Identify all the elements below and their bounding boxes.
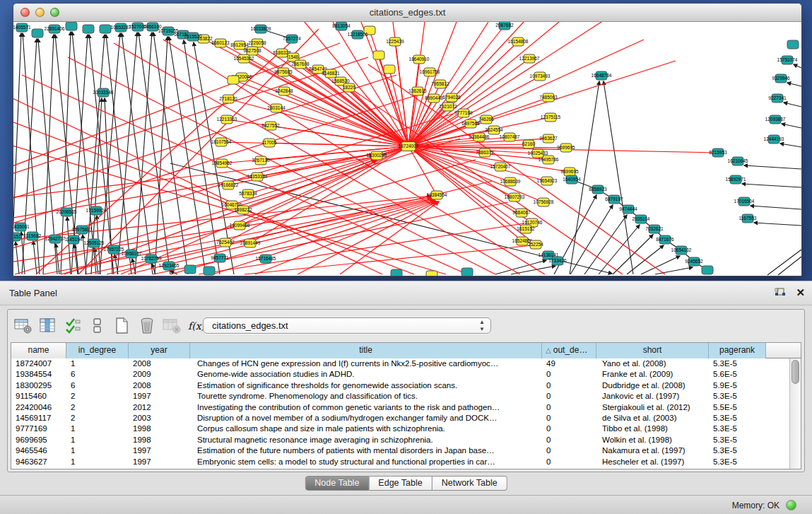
table-row[interactable]: 1456911722003Disruption of a novel membe… — [11, 413, 789, 424]
table-row[interactable]: 946362711997Embryonic stem cells: a mode… — [11, 457, 789, 467]
table-row[interactable]: 911546021997Tourette syndrome. Phenomeno… — [11, 391, 789, 402]
graph-node[interactable] — [100, 25, 111, 33]
graph-node[interactable] — [83, 25, 94, 33]
network-view[interactable]: 1872400774638228660123891295422260589827… — [13, 22, 801, 276]
graph-node-label: 1568520 — [331, 78, 350, 83]
graph-node-label: 9827508 — [243, 48, 261, 53]
cell-year: 1997 — [129, 391, 190, 402]
column-header-name[interactable]: name — [11, 343, 66, 358]
graph-node-label: 18640910 — [409, 57, 430, 62]
select-rows-icon[interactable] — [61, 315, 84, 337]
cell-in-degree: 1 — [66, 358, 129, 369]
table-row[interactable]: 1872400712008Changes of HCN gene express… — [11, 358, 789, 369]
network-window: citations_edges.txt 18724007746382286601… — [13, 3, 802, 276]
graph-node-label: 20033346 — [93, 90, 114, 95]
table-row[interactable]: 1830029562008Estimation of significance … — [11, 380, 789, 391]
column-header-out-degree[interactable]: △out_de… — [542, 343, 596, 358]
graph-node[interactable] — [702, 266, 713, 274]
graph-node-label: 7625402 — [216, 240, 235, 245]
graph-node-label: 12375115 — [541, 115, 561, 119]
table-mode-icon[interactable] — [12, 315, 35, 337]
cell-pagerank: 5.5E-5 — [709, 402, 766, 413]
column-header-year[interactable]: year — [129, 343, 190, 358]
graph-node-label: 1733426 — [548, 258, 567, 263]
cell-out-degree: 0 — [542, 413, 596, 424]
graph-node[interactable] — [228, 76, 239, 84]
graph-node[interactable] — [426, 271, 437, 276]
graph-node[interactable] — [373, 51, 384, 59]
column-header-short[interactable]: short — [596, 343, 709, 358]
graph-node-label: 1405571 — [13, 25, 31, 30]
cell-name: 18724007 — [11, 358, 66, 369]
graph-node-label: 12923465 — [159, 263, 180, 268]
graph-node-label: 17016504 — [734, 199, 755, 204]
merge-icon[interactable] — [86, 315, 109, 337]
cell-title: Disruption of a novel member of a sodium… — [190, 413, 542, 424]
graph-node-label: 9899695 — [560, 169, 579, 174]
table-row[interactable]: 946554611997Estimation of the future num… — [11, 445, 789, 456]
window-titlebar[interactable]: citations_edges.txt — [13, 4, 801, 22]
graph-node-label: 2935114 — [632, 216, 650, 221]
tab-node-table[interactable]: Node Table — [305, 476, 369, 491]
table-selector-dropdown[interactable]: citations_edges.txt ▲▼ — [203, 317, 491, 334]
delete-icon[interactable] — [136, 315, 158, 337]
table-row[interactable]: 1938455462009Genome-wide association stu… — [11, 369, 789, 380]
graph-node-label: 16961758 — [420, 69, 440, 74]
graph-node-label: 8660123 — [211, 40, 230, 45]
table-container: f(x) citations_edges.txt ▲▼ namein_degre… — [7, 309, 805, 472]
tab-network-table[interactable]: Network Table — [433, 476, 507, 491]
graph-node[interactable] — [204, 267, 215, 275]
graph-node-label: 1225439 — [386, 39, 404, 44]
cell-in-degree: 2 — [66, 391, 129, 402]
graph-node-label: 12213363 — [217, 117, 237, 122]
close-panel-icon[interactable]: ✕ — [796, 287, 805, 298]
cell-year: 1998 — [129, 424, 190, 434]
cell-name: 22420046 — [11, 402, 66, 413]
graph-node-label: 9242848 — [275, 88, 293, 93]
cell-out-degree: 0 — [542, 424, 596, 434]
cell-pagerank: 5.3E-5 — [709, 445, 766, 456]
delete-table-icon[interactable] — [160, 315, 183, 337]
memory-status-indicator[interactable] — [786, 500, 796, 510]
table-row[interactable]: 2242004622012Investigating the contribut… — [11, 402, 789, 413]
graph-node[interactable] — [66, 22, 77, 30]
column-header-pagerank[interactable]: pagerank — [709, 343, 766, 358]
graph-node[interactable] — [391, 269, 402, 276]
graph-node-label: 12093887 — [765, 117, 786, 122]
cell-out-degree: 0 — [542, 369, 596, 380]
cell-name: 14569117 — [11, 413, 66, 424]
table-scrollbar[interactable] — [789, 358, 801, 469]
graph-node-label: 16033809 — [251, 26, 271, 31]
graph-node[interactable] — [461, 268, 473, 276]
graph-node[interactable] — [384, 65, 395, 74]
graph-node-label: 1145194 — [65, 237, 83, 242]
graph-node-label: 8912954 — [230, 42, 249, 47]
float-panel-icon[interactable] — [775, 288, 786, 298]
graph-node-label: 7357274 — [283, 36, 301, 41]
scrollbar-thumb[interactable] — [792, 360, 799, 384]
cell-in-degree: 2 — [66, 402, 129, 413]
graph-node[interactable] — [787, 40, 799, 49]
graph-node-label: 10688639 — [500, 179, 521, 184]
cell-in-degree: 2 — [66, 413, 129, 424]
column-header-title[interactable]: title — [190, 343, 542, 358]
table-panel: Table Panel ✕ — [0, 281, 812, 514]
graph-node-label: 7515520 — [184, 34, 202, 39]
graph-node-label: 19854962 — [212, 160, 233, 165]
graph-node-label: 1921072 — [439, 104, 457, 109]
table-row[interactable]: 969969511998Structural magnetic resonanc… — [11, 435, 789, 445]
cell-out-degree: 0 — [542, 402, 596, 413]
graph-node[interactable] — [184, 265, 196, 274]
tab-edge-table[interactable]: Edge Table — [369, 476, 432, 491]
graph-node-label: 20364486 — [469, 134, 490, 139]
table-row[interactable]: 977716911998Corpus callosum shape and si… — [11, 424, 789, 434]
cell-name: 19384554 — [11, 369, 66, 380]
column-header-in-degree[interactable]: in_degree — [66, 343, 129, 358]
cell-short: Stergiakouli et al. (2012) — [596, 402, 709, 413]
node-table: namein_degreeyeartitle△out_de…shortpager… — [11, 342, 801, 469]
select-columns-icon[interactable] — [37, 315, 59, 337]
graph-node-label: 19166822 — [218, 182, 239, 187]
graph-node-label: 20206535 — [57, 209, 77, 214]
graph-node[interactable] — [32, 29, 43, 37]
new-document-icon[interactable] — [111, 315, 134, 337]
